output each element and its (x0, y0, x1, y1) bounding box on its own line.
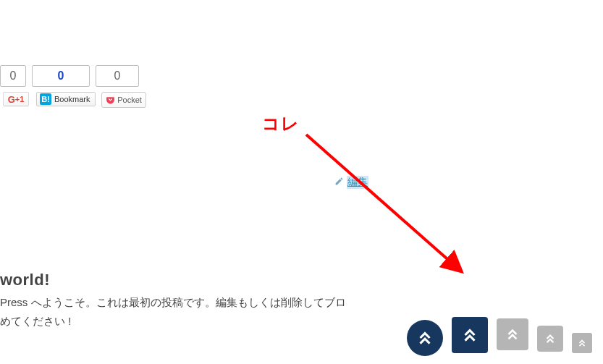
back-to-top-button-circle[interactable] (407, 320, 443, 356)
annotation-arrow (300, 129, 489, 288)
chevron-double-up-icon (460, 326, 479, 344)
post-line-1: Press へようこそ。これは最初の投稿です。編集もしくは削除してブロ (0, 296, 346, 308)
svg-line-0 (306, 135, 460, 270)
annotation-label: コレ (262, 112, 300, 135)
chevron-double-up-icon (577, 338, 587, 348)
google-plus-icon: G (8, 94, 15, 105)
back-to-top-button-gray-3[interactable] (572, 333, 592, 353)
back-to-top-button-square-large[interactable] (452, 317, 488, 353)
post-line-2: めてください ! (0, 315, 71, 327)
gplus-count: 0 (0, 65, 26, 87)
edit-link[interactable]: 編集 (347, 176, 368, 189)
pocket-icon (106, 96, 115, 105)
back-to-top-button-gray-2[interactable] (537, 326, 563, 352)
post-body: Press へようこそ。これは最初の投稿です。編集もしくは削除してブロ めてくだ… (0, 293, 449, 330)
chevron-double-up-icon (505, 326, 520, 342)
hatena-count: 0 (32, 65, 90, 87)
edit-link-container: 編集 (334, 176, 368, 189)
hatena-bookmark-button[interactable]: B! Bookmark (36, 92, 96, 106)
hatena-icon: B! (40, 93, 51, 105)
pencil-icon (334, 177, 344, 188)
back-to-top-button-gray-1[interactable] (497, 318, 528, 350)
google-plus-one-button[interactable]: G+1 (3, 92, 29, 106)
pocket-button[interactable]: Pocket (101, 92, 146, 108)
share-counts-row: 0 0 0 (0, 65, 139, 87)
pocket-label: Pocket (117, 96, 142, 104)
chevron-double-up-icon (544, 332, 557, 345)
hatena-label: Bookmark (54, 95, 90, 103)
chevron-double-up-icon (416, 329, 434, 347)
google-plus-label: +1 (15, 95, 25, 103)
pocket-count: 0 (96, 65, 139, 87)
post-title: world! (0, 271, 50, 289)
